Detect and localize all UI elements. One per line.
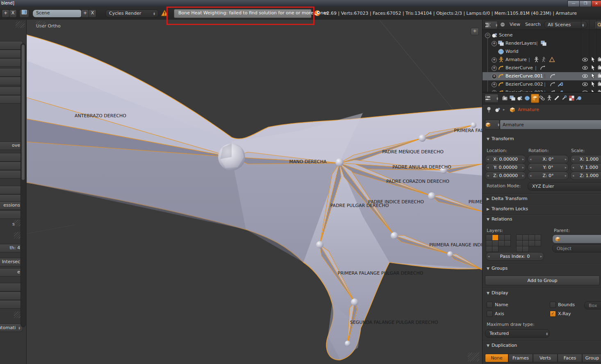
layer-grid-left[interactable]	[486, 234, 514, 252]
outliner-row-beziercurve-002[interactable]: + BezierCurve.002 |	[483, 80, 601, 89]
tool-button[interactable]	[0, 162, 23, 170]
scale-z-field[interactable]: ◂Z: 1.000▸	[570, 171, 601, 180]
tool-button-ove[interactable]: ove	[0, 141, 23, 150]
tool-button[interactable]	[0, 153, 23, 162]
tab-render-layers[interactable]	[509, 94, 516, 102]
automatic-dropdown[interactable]: Automati ▲▼	[0, 323, 23, 332]
tool-button[interactable]	[0, 300, 23, 309]
renderability-camera-icon[interactable]	[598, 65, 601, 71]
selectability-cursor-icon[interactable]	[591, 81, 596, 89]
name-checkbox[interactable]	[487, 302, 493, 308]
panel-corner-widget[interactable]	[36, 21, 46, 28]
visibility-eye-icon[interactable]	[582, 74, 588, 80]
tool-button[interactable]	[0, 50, 23, 58]
panel-corner-widget[interactable]	[16, 21, 25, 28]
location-x-field[interactable]: ◂X: 0.00000▸	[485, 155, 526, 164]
outliner-row-renderlayers[interactable]: + RenderLayers |	[483, 39, 601, 48]
editor-type-button[interactable]: ▲▼	[485, 94, 499, 103]
tool-button[interactable]	[0, 170, 23, 179]
add-to-group-button[interactable]: Add to Group	[485, 275, 600, 285]
tool-button-e[interactable]: e	[0, 268, 23, 277]
panel-header-transform-locks[interactable]: ▶Transform Locks	[487, 206, 528, 212]
parent-field[interactable]	[552, 234, 601, 243]
tool-button[interactable]	[0, 95, 23, 104]
bounds-type-select[interactable]: Box	[584, 301, 601, 309]
tool-button[interactable]	[0, 77, 23, 85]
scene-name-field[interactable]: Scene	[32, 9, 82, 18]
rotation-mode-select[interactable]: XYZ Euler	[528, 182, 601, 191]
tool-button[interactable]	[0, 58, 23, 67]
location-z-field[interactable]: ◂Z: 0.00000▸	[485, 171, 526, 180]
pass-index-field[interactable]: ◂Pass Index: 0▸	[486, 252, 544, 261]
delete-button[interactable]: X	[9, 9, 17, 18]
tool-button[interactable]	[0, 86, 23, 95]
visibility-eye-icon[interactable]	[582, 66, 588, 71]
viewport-3d[interactable]: User Ortho + ANTEBRAZO DERECHOMANO DEREC…	[27, 20, 482, 364]
screen-layout-button[interactable]	[19, 9, 29, 18]
duplication-none-button[interactable]: None	[485, 354, 508, 362]
object-name-input[interactable]: Armature	[500, 120, 601, 130]
renderability-camera-icon[interactable]	[598, 73, 601, 80]
renderability-camera-icon[interactable]	[598, 82, 601, 88]
panel-header-groups[interactable]: ▼Groups	[487, 266, 508, 271]
tab-world[interactable]	[524, 94, 531, 102]
selectability-cursor-icon[interactable]	[591, 73, 596, 80]
layer-grid-right[interactable]	[516, 234, 544, 252]
tab-physics[interactable]	[575, 94, 583, 102]
outliner-row-world[interactable]: World	[483, 48, 601, 56]
search-button[interactable]	[595, 21, 601, 29]
tool-button[interactable]	[0, 186, 23, 194]
tool-button[interactable]	[0, 291, 23, 300]
add-button[interactable]: +	[2, 9, 9, 18]
outliner-row-scene[interactable]: − Scene	[483, 31, 601, 39]
tab-constraints[interactable]	[538, 94, 546, 102]
duplication-frames-button[interactable]: Frames	[508, 354, 533, 362]
breadcrumb-object-name[interactable]: Armature	[518, 107, 539, 112]
tab-bone[interactable]	[553, 94, 560, 102]
axis-checkbox[interactable]	[487, 311, 493, 317]
rotation-y-field[interactable]: ◂Y: 0°▸	[528, 163, 569, 172]
tab-object[interactable]	[531, 94, 539, 103]
pin-icon[interactable]	[486, 107, 492, 114]
panel-header-transform[interactable]: ▼Transform	[487, 136, 514, 141]
add-region-button[interactable]: +	[471, 28, 479, 35]
visibility-eye-icon[interactable]	[582, 82, 588, 88]
panel-header-delta-transform[interactable]: ▶Delta Transform	[487, 196, 527, 201]
editor-type-button[interactable]: ▲▼	[485, 21, 498, 29]
panel-header-relations[interactable]: ▼Relations	[487, 216, 512, 222]
tab-render[interactable]	[501, 94, 509, 102]
rotation-x-field[interactable]: ◂X: 0°▸	[528, 155, 569, 164]
tab-texture[interactable]	[568, 94, 575, 102]
tab-scene[interactable]	[516, 94, 524, 102]
scale-x-field[interactable]: ◂X: 1.000▸	[570, 155, 601, 164]
renderability-camera-icon[interactable]	[598, 57, 601, 63]
visibility-eye-icon[interactable]	[582, 57, 588, 63]
depth-number-field[interactable]: th: 4	[0, 244, 23, 253]
parent-type-select[interactable]: Object	[552, 244, 601, 253]
scale-y-field[interactable]: ◂Y: 1.000▸	[570, 163, 601, 172]
duplication-faces-button[interactable]: Faces	[558, 354, 582, 362]
outliner-row-beziercurve-003[interactable]: + BezierCurve.003 |	[483, 89, 601, 92]
tool-button[interactable]	[0, 41, 23, 50]
tool-shelf-scrollbar[interactable]	[20, 43, 26, 327]
duplication-verts-button[interactable]: Verts	[533, 354, 558, 362]
scene-unlink-button[interactable]: X	[89, 9, 96, 18]
tool-button-intersect[interactable]: Intersec	[0, 258, 23, 266]
scene-datablock-icon[interactable]	[495, 107, 501, 114]
id-type-button[interactable]: ▲▼	[485, 120, 500, 130]
location-y-field[interactable]: ◂Y: 0.00000▸	[485, 163, 526, 172]
max-draw-type-select[interactable]: Textured ▲▼	[485, 329, 550, 338]
rotation-z-field[interactable]: ◂Z: 0°▸	[528, 171, 569, 180]
minimize-button[interactable]: —	[567, 0, 580, 7]
tool-field[interactable]	[0, 210, 23, 219]
panel-header-display[interactable]: ▼Display	[487, 290, 508, 296]
selectability-cursor-icon[interactable]	[591, 57, 596, 64]
duplication-group-button[interactable]: Group	[582, 354, 601, 362]
menu-search[interactable]: Search	[525, 22, 541, 27]
panel-corner-widget[interactable]	[468, 353, 479, 362]
maximize-button[interactable]: ❒	[579, 0, 592, 7]
panel-header-duplication[interactable]: ▼Duplication	[487, 343, 517, 348]
scene-add-button[interactable]: +	[81, 9, 89, 18]
tool-button[interactable]	[0, 68, 23, 77]
bounds-checkbox[interactable]	[550, 302, 556, 308]
